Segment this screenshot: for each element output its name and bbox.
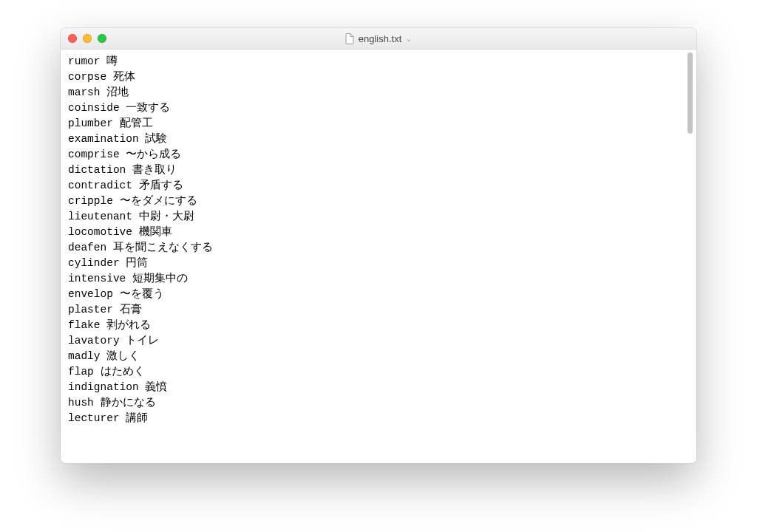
text-line[interactable]: dictation 書き取り [68,163,692,178]
window-controls [68,34,106,43]
minimize-button[interactable] [83,34,92,43]
text-line[interactable]: envelop 〜を覆う [68,287,692,302]
text-line[interactable]: cripple 〜をダメにする [68,194,692,209]
text-line[interactable]: flap はためく [68,364,692,380]
text-line[interactable]: plaster 石膏 [68,302,692,318]
close-button[interactable] [68,34,77,43]
window-title-text: english.txt [359,33,402,44]
text-line[interactable]: comprise 〜から成る [68,147,692,163]
document-icon [345,33,354,44]
text-content[interactable]: rumor 噂corpse 死体marsh 沼地coinside 一致するplu… [61,50,696,463]
titlebar[interactable]: english.txt ⌄ [61,28,696,50]
text-line[interactable]: intensive 短期集中の [68,271,692,287]
chevron-down-icon[interactable]: ⌄ [406,35,412,43]
text-line[interactable]: indignation 義憤 [68,380,692,395]
text-line[interactable]: contradict 矛盾する [68,178,692,194]
content-wrap: rumor 噂corpse 死体marsh 沼地coinside 一致するplu… [61,50,696,463]
text-line[interactable]: flake 剥がれる [68,318,692,333]
zoom-button[interactable] [98,34,106,43]
text-line[interactable]: lavatory トイレ [68,333,692,349]
text-line[interactable]: lecturer 講師 [68,411,692,426]
scrollbar-thumb[interactable] [688,52,693,134]
text-line[interactable]: cylinder 円筒 [68,256,692,271]
text-line[interactable]: coinside 一致する [68,100,692,116]
desktop: english.txt ⌄ rumor 噂corpse 死体marsh 沼地co… [0,0,757,532]
text-line[interactable]: lieutenant 中尉・大尉 [68,209,692,225]
text-line[interactable]: examination 試験 [68,132,692,147]
text-line[interactable]: deafen 耳を聞こえなくする [68,240,692,256]
text-editor-window: english.txt ⌄ rumor 噂corpse 死体marsh 沼地co… [61,28,696,463]
text-line[interactable]: locomotive 機関車 [68,225,692,240]
text-line[interactable]: rumor 噂 [68,54,692,69]
text-line[interactable]: plumber 配管工 [68,116,692,132]
window-title[interactable]: english.txt ⌄ [345,33,413,44]
text-line[interactable]: marsh 沼地 [68,85,692,100]
scrollbar-track[interactable] [688,52,694,460]
text-line[interactable]: corpse 死体 [68,69,692,85]
text-line[interactable]: hush 静かになる [68,395,692,411]
text-line[interactable]: madly 激しく [68,349,692,364]
